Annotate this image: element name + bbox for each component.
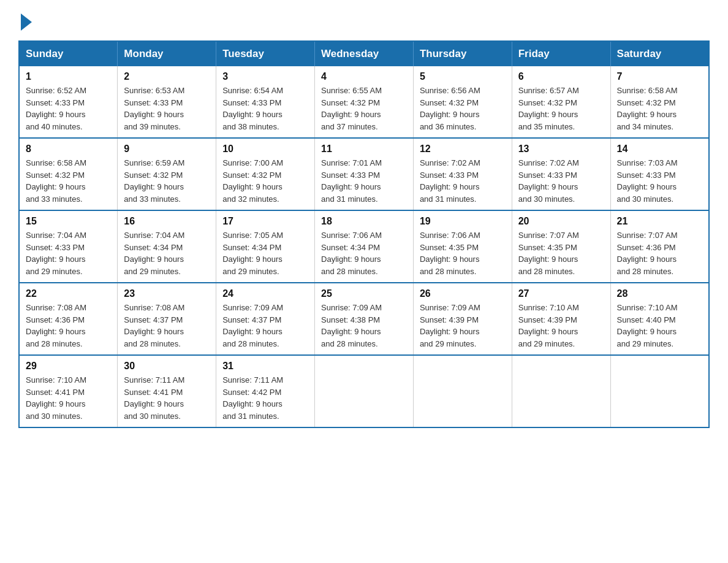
day-info: Sunrise: 7:09 AMSunset: 4:38 PMDaylight:… [321,303,382,348]
day-number: 14 [617,144,702,155]
calendar-day-cell: 11 Sunrise: 7:01 AMSunset: 4:33 PMDaylig… [315,138,414,210]
calendar-day-cell: 2 Sunrise: 6:53 AMSunset: 4:33 PMDayligh… [118,66,216,138]
day-info: Sunrise: 7:04 AMSunset: 4:34 PMDaylight:… [124,231,184,276]
day-of-week-header: Thursday [413,41,512,66]
day-info: Sunrise: 7:07 AMSunset: 4:36 PMDaylight:… [617,231,678,276]
calendar-day-cell: 6 Sunrise: 6:57 AMSunset: 4:32 PMDayligh… [512,66,610,138]
calendar-week-row: 15 Sunrise: 7:04 AMSunset: 4:33 PMDaylig… [19,210,709,283]
day-info: Sunrise: 7:02 AMSunset: 4:33 PMDaylight:… [420,158,480,204]
calendar-week-row: 22 Sunrise: 7:08 AMSunset: 4:36 PMDaylig… [19,283,709,355]
calendar-table: SundayMondayTuesdayWednesdayThursdayFrid… [18,40,710,428]
calendar-day-cell: 19 Sunrise: 7:06 AMSunset: 4:35 PMDaylig… [413,210,512,283]
day-number: 30 [124,361,210,372]
calendar-day-cell: 24 Sunrise: 7:09 AMSunset: 4:37 PMDaylig… [216,283,315,355]
day-number: 16 [124,216,210,227]
day-number: 23 [124,288,210,299]
calendar-day-cell: 27 Sunrise: 7:10 AMSunset: 4:39 PMDaylig… [512,283,610,355]
day-number: 20 [518,216,604,227]
day-number: 28 [617,288,702,299]
day-number: 9 [124,144,210,155]
day-info: Sunrise: 7:01 AMSunset: 4:33 PMDaylight:… [321,158,382,204]
day-info: Sunrise: 6:57 AMSunset: 4:32 PMDaylight:… [518,86,579,131]
day-of-week-header: Tuesday [216,41,315,66]
calendar-day-cell: 23 Sunrise: 7:08 AMSunset: 4:37 PMDaylig… [118,283,216,355]
calendar-day-cell: 25 Sunrise: 7:09 AMSunset: 4:38 PMDaylig… [315,283,414,355]
calendar-day-cell: 31 Sunrise: 7:11 AMSunset: 4:42 PMDaylig… [216,355,315,427]
day-of-week-header: Wednesday [315,41,414,66]
calendar-day-cell: 3 Sunrise: 6:54 AMSunset: 4:33 PMDayligh… [216,66,315,138]
calendar-week-row: 1 Sunrise: 6:52 AMSunset: 4:33 PMDayligh… [19,66,709,138]
calendar-day-cell: 29 Sunrise: 7:10 AMSunset: 4:41 PMDaylig… [19,355,118,427]
calendar-week-row: 29 Sunrise: 7:10 AMSunset: 4:41 PMDaylig… [19,355,709,427]
day-info: Sunrise: 6:54 AMSunset: 4:33 PMDaylight:… [222,86,283,131]
day-info: Sunrise: 7:10 AMSunset: 4:41 PMDaylight:… [26,375,86,421]
calendar-day-cell: 8 Sunrise: 6:58 AMSunset: 4:32 PMDayligh… [19,138,118,210]
day-number: 3 [222,71,308,82]
day-info: Sunrise: 7:09 AMSunset: 4:37 PMDaylight:… [222,303,283,348]
calendar-day-cell: 16 Sunrise: 7:04 AMSunset: 4:34 PMDaylig… [118,210,216,283]
day-number: 6 [518,71,604,82]
day-info: Sunrise: 6:58 AMSunset: 4:32 PMDaylight:… [617,86,678,131]
day-number: 19 [420,216,506,227]
day-number: 29 [26,361,111,372]
day-number: 4 [321,71,407,82]
day-info: Sunrise: 6:56 AMSunset: 4:32 PMDaylight:… [420,86,480,131]
calendar-header-row: SundayMondayTuesdayWednesdayThursdayFrid… [19,41,709,66]
day-number: 13 [518,144,604,155]
day-info: Sunrise: 7:00 AMSunset: 4:32 PMDaylight:… [222,158,283,204]
day-number: 27 [518,288,604,299]
calendar-day-cell: 10 Sunrise: 7:00 AMSunset: 4:32 PMDaylig… [216,138,315,210]
day-number: 21 [617,216,702,227]
day-info: Sunrise: 7:10 AMSunset: 4:40 PMDaylight:… [617,303,678,348]
calendar-day-cell: 18 Sunrise: 7:06 AMSunset: 4:34 PMDaylig… [315,210,414,283]
day-number: 31 [222,361,308,372]
calendar-day-cell [610,355,709,427]
day-info: Sunrise: 7:05 AMSunset: 4:34 PMDaylight:… [222,231,283,276]
calendar-day-cell: 12 Sunrise: 7:02 AMSunset: 4:33 PMDaylig… [413,138,512,210]
day-of-week-header: Saturday [610,41,709,66]
calendar-day-cell: 20 Sunrise: 7:07 AMSunset: 4:35 PMDaylig… [512,210,610,283]
day-info: Sunrise: 6:58 AMSunset: 4:32 PMDaylight:… [26,158,86,204]
day-info: Sunrise: 7:08 AMSunset: 4:36 PMDaylight:… [26,303,86,348]
day-number: 17 [222,216,308,227]
day-of-week-header: Sunday [19,41,118,66]
day-number: 15 [26,216,111,227]
day-info: Sunrise: 7:06 AMSunset: 4:35 PMDaylight:… [420,231,480,276]
calendar-day-cell: 15 Sunrise: 7:04 AMSunset: 4:33 PMDaylig… [19,210,118,283]
calendar-day-cell: 22 Sunrise: 7:08 AMSunset: 4:36 PMDaylig… [19,283,118,355]
calendar-day-cell [315,355,414,427]
calendar-day-cell: 4 Sunrise: 6:55 AMSunset: 4:32 PMDayligh… [315,66,414,138]
day-of-week-header: Monday [118,41,216,66]
day-info: Sunrise: 7:09 AMSunset: 4:39 PMDaylight:… [420,303,480,348]
day-number: 7 [617,71,702,82]
day-info: Sunrise: 7:07 AMSunset: 4:35 PMDaylight:… [518,231,579,276]
calendar-day-cell: 7 Sunrise: 6:58 AMSunset: 4:32 PMDayligh… [610,66,709,138]
day-info: Sunrise: 6:53 AMSunset: 4:33 PMDaylight:… [124,86,184,131]
calendar-day-cell: 30 Sunrise: 7:11 AMSunset: 4:41 PMDaylig… [118,355,216,427]
calendar-day-cell: 14 Sunrise: 7:03 AMSunset: 4:33 PMDaylig… [610,138,709,210]
day-number: 8 [26,144,111,155]
calendar-day-cell: 26 Sunrise: 7:09 AMSunset: 4:39 PMDaylig… [413,283,512,355]
day-info: Sunrise: 6:59 AMSunset: 4:32 PMDaylight:… [124,158,184,204]
day-number: 1 [26,71,111,82]
day-number: 18 [321,216,407,227]
day-info: Sunrise: 7:04 AMSunset: 4:33 PMDaylight:… [26,231,86,276]
calendar-week-row: 8 Sunrise: 6:58 AMSunset: 4:32 PMDayligh… [19,138,709,210]
day-number: 5 [420,71,506,82]
day-number: 22 [26,288,111,299]
logo-arrow-icon [21,13,32,31]
day-of-week-header: Friday [512,41,610,66]
calendar-day-cell [413,355,512,427]
calendar-day-cell: 13 Sunrise: 7:02 AMSunset: 4:33 PMDaylig… [512,138,610,210]
calendar-day-cell: 5 Sunrise: 6:56 AMSunset: 4:32 PMDayligh… [413,66,512,138]
day-number: 11 [321,144,407,155]
day-info: Sunrise: 7:06 AMSunset: 4:34 PMDaylight:… [321,231,382,276]
day-info: Sunrise: 7:02 AMSunset: 4:33 PMDaylight:… [518,158,579,204]
day-info: Sunrise: 7:03 AMSunset: 4:33 PMDaylight:… [617,158,678,204]
calendar-day-cell: 28 Sunrise: 7:10 AMSunset: 4:40 PMDaylig… [610,283,709,355]
day-number: 12 [420,144,506,155]
calendar-day-cell: 17 Sunrise: 7:05 AMSunset: 4:34 PMDaylig… [216,210,315,283]
day-info: Sunrise: 6:55 AMSunset: 4:32 PMDaylight:… [321,86,382,131]
calendar-day-cell: 21 Sunrise: 7:07 AMSunset: 4:36 PMDaylig… [610,210,709,283]
day-info: Sunrise: 7:10 AMSunset: 4:39 PMDaylight:… [518,303,579,348]
